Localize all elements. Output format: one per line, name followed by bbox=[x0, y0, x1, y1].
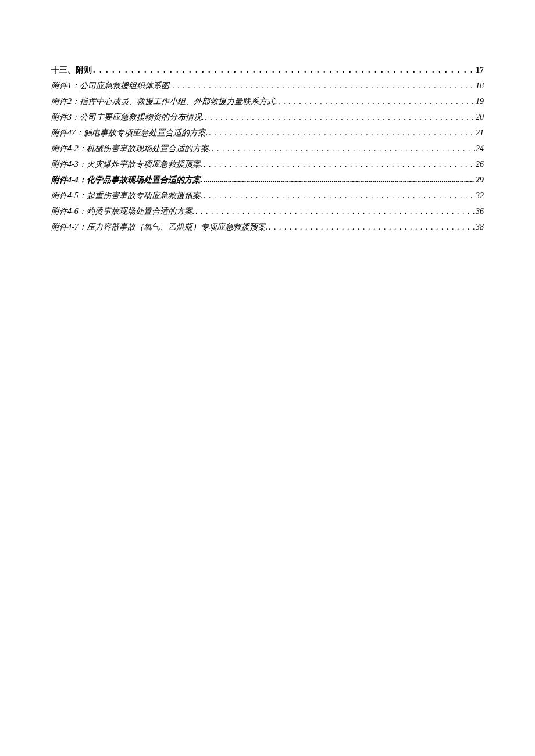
toc-entry: 附件4-3：火灾爆炸事故专项应急救援预案. 26 bbox=[51, 158, 484, 170]
toc-leader-dots bbox=[173, 80, 475, 92]
toc-page-number: 26 bbox=[476, 158, 484, 170]
toc-entry: 附件2：指挥中心成员、救援工作小组、外部救援力量联系方式. 19 bbox=[51, 95, 484, 108]
toc-entry: 附件4-5：起重伤害事故专项应急救援预案. 32 bbox=[51, 189, 484, 202]
toc-entry: 附件1：公司应急救援组织体系图. 18 bbox=[51, 80, 484, 92]
toc-label: 附件2：指挥中心成员、救援工作小组、外部救援力量联系方式. bbox=[51, 95, 277, 108]
toc-page-number: 36 bbox=[476, 205, 484, 217]
toc-label: 附件4-2：机械伤害事故现场处置合适的方案. bbox=[51, 142, 211, 155]
toc-entry: 附件4-7：压力容器事故（氧气、乙烘瓶）专项应急救援预案. 38 bbox=[51, 221, 484, 233]
toc-leader-dots bbox=[209, 127, 475, 139]
toc-leader-dots bbox=[212, 142, 475, 155]
toc-entry: 附件4-6：灼烫事故现场处置合适的方案. 36 bbox=[51, 205, 484, 217]
toc-page-number: 17 bbox=[476, 64, 484, 76]
toc-label: 附件4-4：化学品事故现场处置合适的方案. bbox=[51, 174, 202, 186]
toc-label: 附件4-3：火灾爆炸事故专项应急救援预案. bbox=[51, 158, 202, 170]
toc-entry: 附件4-4：化学品事故现场处置合适的方案. 29 bbox=[51, 174, 484, 186]
toc-page-number: 20 bbox=[476, 111, 484, 123]
toc-page-number: 24 bbox=[476, 142, 484, 155]
toc-leader-dots bbox=[93, 64, 475, 76]
toc-page-number: 29 bbox=[476, 174, 484, 186]
toc-leader-dots bbox=[205, 111, 475, 123]
toc-label: 附件4-5：起重伤害事故专项应急救援预案. bbox=[51, 189, 202, 202]
toc-leader-dots bbox=[204, 158, 475, 170]
table-of-contents: 十三、附则 17 附件1：公司应急救援组织体系图. 18 附件2：指挥中心成员、… bbox=[51, 64, 484, 233]
toc-page-number: 32 bbox=[476, 189, 484, 202]
toc-leader-dots bbox=[195, 205, 475, 217]
toc-entry: 十三、附则 17 bbox=[51, 64, 484, 76]
toc-label: 附件47：触电事故专项应急处置合适的方案. bbox=[51, 127, 208, 139]
toc-label: 附件3：公司主要应急救援物资的分布情况. bbox=[51, 111, 204, 123]
toc-entry: 附件4-2：机械伤害事故现场处置合适的方案. 24 bbox=[51, 142, 484, 155]
toc-label: 十三、附则 bbox=[51, 64, 92, 76]
toc-label: 附件4-6：灼烫事故现场处置合适的方案. bbox=[51, 205, 194, 217]
toc-leader-dots bbox=[279, 95, 475, 108]
toc-leader-dots bbox=[269, 221, 475, 233]
toc-leader-dots bbox=[204, 189, 475, 202]
toc-leader-dots bbox=[204, 174, 475, 186]
toc-entry: 附件47：触电事故专项应急处置合适的方案. 21 bbox=[51, 127, 484, 139]
toc-label: 附件4-7：压力容器事故（氧气、乙烘瓶）专项应急救援预案. bbox=[51, 221, 268, 233]
toc-label: 附件1：公司应急救援组织体系图. bbox=[51, 80, 172, 92]
toc-page-number: 18 bbox=[476, 80, 484, 92]
toc-page-number: 38 bbox=[476, 221, 484, 233]
toc-entry: 附件3：公司主要应急救援物资的分布情况. 20 bbox=[51, 111, 484, 123]
toc-page-number: 21 bbox=[476, 127, 484, 139]
toc-page-number: 19 bbox=[476, 95, 484, 108]
